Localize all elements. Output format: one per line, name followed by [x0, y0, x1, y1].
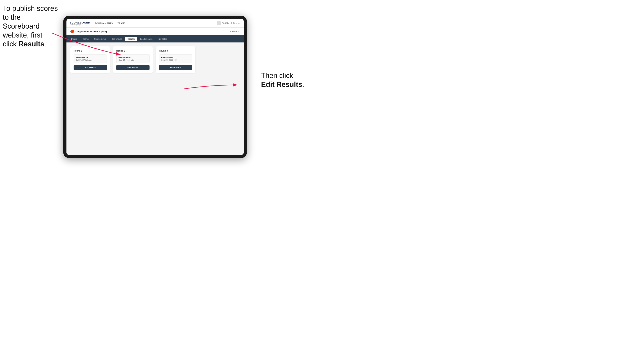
- tab-printables[interactable]: Printables: [156, 37, 169, 41]
- sign-out-link[interactable]: Sign out: [233, 22, 240, 24]
- round-3-course-details: Gold (M) (7010 yds): [161, 59, 190, 61]
- nav-teams[interactable]: TEAMS: [118, 21, 126, 25]
- round-3-title: Round 3: [159, 50, 192, 52]
- tournament-title-row: C Clippd Invitational (Open): [70, 30, 107, 33]
- round-3-course-name: Peachtree GC: [161, 56, 190, 59]
- round-2-course-details: Gold (M) (7010 yds): [118, 59, 147, 61]
- round-1-course-name: Peachtree GC: [76, 56, 105, 59]
- round-2-title: Round 2: [116, 50, 150, 52]
- tournament-name: Clippd Invitational (Open): [76, 30, 107, 33]
- app-logo: SCOREBOARD Powered by clippd: [70, 21, 90, 25]
- round-2-card: Round 2 Peachtree GC Gold (M) (7010 yds)…: [113, 46, 153, 73]
- nav-tournaments[interactable]: TOURNAMENTS: [95, 21, 113, 25]
- logo-subtitle: Powered by clippd: [70, 24, 90, 25]
- logo-title: SCOREBOARD: [70, 21, 90, 24]
- round-2-course-card: Peachtree GC Gold (M) (7010 yds): [116, 54, 150, 63]
- round-2-edit-results-button[interactable]: Edit Results: [116, 65, 150, 70]
- tournament-header: C Clippd Invitational (Open) Cancel ✕: [66, 28, 244, 35]
- tab-bar: Details Teams Course Setup Tee Groups Re…: [66, 35, 244, 42]
- round-2-course-name: Peachtree GC: [118, 56, 147, 59]
- round-3-edit-results-button[interactable]: Edit Results: [159, 65, 192, 70]
- round-1-title: Round 1: [74, 50, 107, 52]
- round-1-course-details: Gold (M) (7010 yds): [76, 59, 105, 61]
- nav-right: Test User | Sign out: [217, 21, 240, 25]
- tab-results[interactable]: Results: [125, 37, 137, 41]
- tab-teams[interactable]: Teams: [80, 37, 91, 41]
- content-area: C Clippd Invitational (Open) Cancel ✕ De…: [66, 28, 244, 155]
- round-1-course-card: Peachtree GC Gold (M) (7010 yds): [74, 54, 107, 63]
- tab-details[interactable]: Details: [69, 37, 80, 41]
- tab-course-setup[interactable]: Course Setup: [92, 37, 108, 41]
- tab-leaderboards[interactable]: Leaderboards: [138, 37, 155, 41]
- tablet-screen: SCOREBOARD Powered by clippd TOURNAMENTS…: [66, 19, 244, 155]
- rounds-grid: Round 1 Peachtree GC Gold (M) (7010 yds)…: [66, 42, 244, 77]
- instruction-left: To publish scores to the Scoreboard webs…: [3, 4, 58, 48]
- cancel-button[interactable]: Cancel ✕: [230, 30, 240, 33]
- round-1-card: Round 1 Peachtree GC Gold (M) (7010 yds)…: [70, 46, 110, 73]
- round-3-course-card: Peachtree GC Gold (M) (7010 yds): [159, 54, 192, 63]
- user-label: Test User |: [222, 22, 232, 24]
- user-avatar: [217, 21, 221, 25]
- top-nav: SCOREBOARD Powered by clippd TOURNAMENTS…: [66, 19, 244, 28]
- round-1-edit-results-button[interactable]: Edit Results: [74, 65, 107, 70]
- tournament-icon: C: [70, 30, 74, 33]
- instruction-right: Then click Edit Results.: [261, 71, 316, 89]
- tab-tee-groups[interactable]: Tee Groups: [110, 37, 124, 41]
- nav-links: TOURNAMENTS TEAMS: [95, 21, 217, 25]
- round-3-card: Round 3 Peachtree GC Gold (M) (7010 yds)…: [156, 46, 196, 73]
- tablet-device: SCOREBOARD Powered by clippd TOURNAMENTS…: [63, 16, 247, 158]
